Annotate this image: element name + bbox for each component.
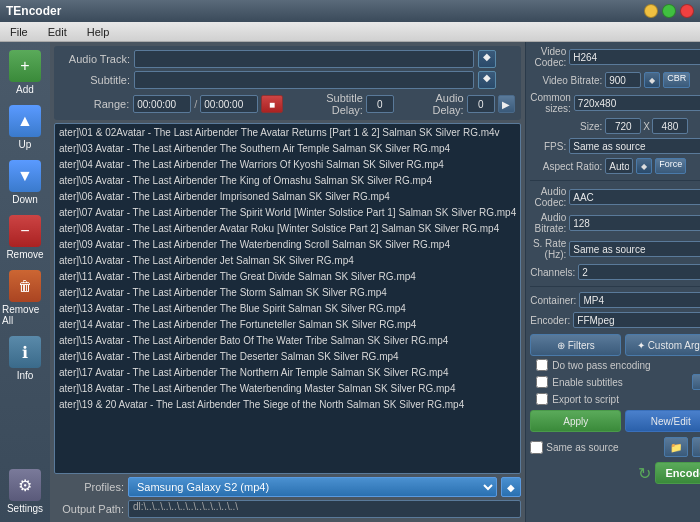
- common-sizes-label: Common sizes:: [530, 92, 571, 114]
- enable-subs-checkbox[interactable]: [536, 376, 548, 388]
- encode-button[interactable]: Encode: [655, 462, 700, 484]
- video-codec-input[interactable]: [569, 49, 700, 65]
- divider-1: [530, 180, 700, 181]
- size-height-input[interactable]: [652, 118, 688, 134]
- new-edit-button[interactable]: New/Edit: [625, 410, 700, 432]
- two-pass-row: Do two pass encoding: [530, 359, 700, 371]
- range-end-input[interactable]: [200, 95, 258, 113]
- list-item[interactable]: ater]\14 Avatar - The Last Airbender The…: [55, 316, 520, 332]
- audio-codec-input[interactable]: [569, 189, 700, 205]
- aspect-ratio-row: Aspect Ratio: ◆ Force: [530, 158, 700, 174]
- custom-args-icon: ✦: [637, 340, 645, 351]
- aspect-ratio-diamond[interactable]: ◆: [636, 158, 652, 174]
- filters-args-row: ⊕ Filters ✦ Custom Args: [530, 334, 700, 356]
- list-item[interactable]: ater]\01 & 02Avatar - The Last Airbender…: [55, 124, 520, 140]
- list-item[interactable]: ater]\08 Avatar - The Last Airbender Ava…: [55, 220, 520, 236]
- channels-row: Channels: ◆: [530, 264, 700, 280]
- two-pass-checkbox[interactable]: [536, 359, 548, 371]
- subtitle-delay-label: Subtitle Delay:: [294, 92, 363, 116]
- same-as-source-checkbox[interactable]: [530, 441, 543, 454]
- subtitle-input[interactable]: [134, 71, 474, 89]
- range-stop-button[interactable]: ■: [261, 95, 282, 113]
- audio-track-label: Audio Track:: [60, 53, 130, 65]
- minimize-button[interactable]: [644, 4, 658, 18]
- fps-input[interactable]: [569, 138, 700, 154]
- menu-help[interactable]: Help: [81, 24, 116, 40]
- list-item[interactable]: ater]\03 Avatar - The Last Airbender The…: [55, 140, 520, 156]
- subtitle-diamond[interactable]: ◆: [478, 71, 496, 89]
- same-as-source-label: Same as source: [546, 442, 618, 453]
- list-item[interactable]: ater]\16 Avatar - The Last Airbender The…: [55, 348, 520, 364]
- sidebar: + Add ▲ Up ▼ Down − Remove 🗑 Remove All …: [0, 42, 50, 522]
- menu-edit[interactable]: Edit: [42, 24, 73, 40]
- profile-diamond[interactable]: ◆: [501, 477, 521, 497]
- list-item[interactable]: ater]\09 Avatar - The Last Airbender The…: [55, 236, 520, 252]
- list-item[interactable]: ater]\15 Avatar - The Last Airbender Bat…: [55, 332, 520, 348]
- container-input[interactable]: [579, 292, 700, 308]
- list-item[interactable]: ater]\18 Avatar - The Last Airbender The…: [55, 380, 520, 396]
- sidebar-item-settings[interactable]: ⚙ Settings: [0, 465, 50, 518]
- filters-icon: ⊕: [557, 340, 565, 351]
- maximize-button[interactable]: [662, 4, 676, 18]
- export-script-checkbox[interactable]: [536, 393, 548, 405]
- channels-label: Channels:: [530, 267, 575, 278]
- common-sizes-input[interactable]: [574, 95, 700, 111]
- sidebar-item-remove[interactable]: − Remove: [0, 211, 50, 264]
- sidebar-item-removeall[interactable]: 🗑 Remove All: [0, 266, 50, 330]
- close-button[interactable]: [680, 4, 694, 18]
- srate-input[interactable]: [569, 241, 700, 257]
- list-item[interactable]: ater]\19 & 20 Avatar - The Last Airbende…: [55, 396, 520, 412]
- list-item[interactable]: ater]\12 Avatar - The Last Airbender The…: [55, 284, 520, 300]
- audio-track-input[interactable]: [134, 50, 474, 68]
- list-item[interactable]: ater]\11 Avatar - The Last Airbender The…: [55, 268, 520, 284]
- output-label: Output Path:: [54, 503, 124, 515]
- size-width-input[interactable]: [605, 118, 641, 134]
- title-bar: TEncoder: [0, 0, 700, 22]
- list-item[interactable]: ater]\06 Avatar - The Last Airbender Imp…: [55, 188, 520, 204]
- export-script-row: Export to script: [530, 393, 700, 405]
- audio-bitrate-input[interactable]: [569, 215, 700, 231]
- delay-arrow-button[interactable]: ▶: [498, 95, 516, 113]
- custom-args-button[interactable]: ✦ Custom Args: [625, 334, 700, 356]
- file-list[interactable]: ater]\01 & 02Avatar - The Last Airbender…: [54, 123, 521, 474]
- list-item[interactable]: ater]\13 Avatar - The Last Airbender The…: [55, 300, 520, 316]
- audio-track-diamond[interactable]: ◆: [478, 50, 496, 68]
- sidebar-item-info[interactable]: ℹ Info: [0, 332, 50, 385]
- menu-file[interactable]: File: [4, 24, 34, 40]
- range-label: Range:: [60, 98, 129, 110]
- audio-codec-row: Audio Codec: ◆: [530, 186, 700, 208]
- folder-button[interactable]: 📁: [664, 437, 688, 457]
- info-icon: ℹ: [9, 336, 41, 368]
- settings-label: Settings: [7, 503, 43, 514]
- srate-label: S. Rate (Hz):: [530, 238, 566, 260]
- subs-config-button[interactable]: ✂: [692, 374, 700, 390]
- size-inputs: X: [605, 118, 688, 134]
- encoder-input[interactable]: [573, 312, 700, 328]
- sidebar-item-up[interactable]: ▲ Up: [0, 101, 50, 154]
- profile-select[interactable]: Samsung Galaxy S2 (mp4): [128, 477, 497, 497]
- list-item[interactable]: ater]\05 Avatar - The Last Airbender The…: [55, 172, 520, 188]
- video-bitrate-input[interactable]: [605, 72, 641, 88]
- sidebar-item-down[interactable]: ▼ Down: [0, 156, 50, 209]
- audio-delay-input[interactable]: [467, 95, 495, 113]
- subtitle-delay-input[interactable]: [366, 95, 394, 113]
- list-item[interactable]: ater]\04 Avatar - The Last Airbender The…: [55, 156, 520, 172]
- list-item[interactable]: ater]\17 Avatar - The Last Airbender The…: [55, 364, 520, 380]
- remove-icon: −: [9, 215, 41, 247]
- apply-button[interactable]: Apply: [530, 410, 621, 432]
- aspect-ratio-input[interactable]: [605, 158, 633, 174]
- list-item[interactable]: ater]\07 Avatar - The Last Airbender The…: [55, 204, 520, 220]
- list-item[interactable]: ater]\10 Avatar - The Last Airbender Jet…: [55, 252, 520, 268]
- cbr-label: CBR: [663, 72, 690, 88]
- channels-input[interactable]: [578, 264, 700, 280]
- range-slash: /: [194, 98, 197, 110]
- video-bitrate-diamond[interactable]: ◆: [644, 72, 660, 88]
- common-sizes-row: Common sizes: ◆: [530, 92, 700, 114]
- copy-button[interactable]: 📋: [692, 437, 700, 457]
- apply-newedit-row: Apply New/Edit: [530, 410, 700, 432]
- filters-button[interactable]: ⊕ Filters: [530, 334, 621, 356]
- add-icon: +: [9, 50, 41, 82]
- range-start-input[interactable]: [133, 95, 191, 113]
- audio-delay-label: Audio Delay:: [403, 92, 464, 116]
- sidebar-item-add[interactable]: + Add: [0, 46, 50, 99]
